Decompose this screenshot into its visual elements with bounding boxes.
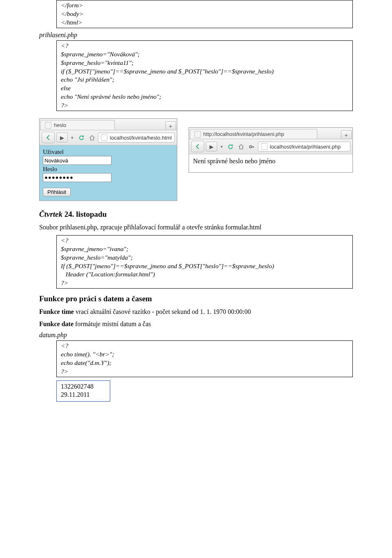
favicon-icon [45,122,51,129]
bold-funkce-date: Funkce date [39,320,74,327]
home-icon[interactable] [237,142,246,151]
toolbar: ▶ ▾ localhost/kvinta/heslo.html [40,130,177,145]
code-box-header: <? $spravne_jmeno="ivana"; $spravne_hesl… [56,235,353,289]
code-line: $spravne_jmeno="Nováková"; [61,50,348,59]
code-line: <? [61,236,348,245]
code-line: </form> [61,1,348,10]
url-bar[interactable]: localhost/kvinta/prihlaseni.php [258,142,350,151]
new-tab-button[interactable]: + [165,121,176,130]
file-label-prihlaseni: prihlaseni.php [39,31,353,39]
para-time-rest: vrací aktuální časové razítko - počet se… [74,308,251,315]
back-button[interactable] [191,141,204,152]
toolbar: ▶ ▾ localhost/kvinta/prihlaseni.php [189,139,352,154]
code-line: echo time(). "<br>"; [61,350,348,359]
screenshot-row: heslo + ▶ ▾ localhost/kvinta/heslo.h [39,118,353,201]
para-date: Funkce date formátuje místní datum a čas [39,320,353,329]
favicon-icon [101,134,107,141]
tab-bar: heslo + [40,119,177,130]
code-line: ?> [61,101,348,110]
url-text: localhost/kvinta/prihlaseni.php [270,144,341,150]
favicon-icon [194,131,201,138]
code-box-prihlaseni: <? $spravne_jmeno="Nováková"; $spravne_h… [56,40,353,111]
back-button[interactable] [42,132,55,143]
tab-bar: http://localhost/kvinta/prihlaseni.php + [189,128,352,139]
page-content-heslo: Uživatel Heslo ●●●●●●●● Přihlásit [40,145,177,200]
code-line: <? [61,42,348,50]
key-icon[interactable] [247,142,256,151]
heading-italic: Čtvrtek [39,210,62,218]
code-line: If ($_POST["jmeno"]==$spravne_jmeno and … [61,262,348,271]
forward-button[interactable]: ▶ [206,142,217,151]
code-line: ?> [61,279,348,287]
tab-heslo[interactable]: heslo [40,120,115,130]
input-uzivatel[interactable] [43,156,111,165]
input-heslo[interactable]: ●●●●●●●● [43,173,111,182]
browser-heslo: heslo + ▶ ▾ localhost/kvinta/heslo.h [39,118,177,201]
tab-prihlaseni[interactable]: http://localhost/kvinta/prihlaseni.php [190,129,317,139]
para-time: Funkce time vrací aktuální časové razítk… [39,307,353,316]
reload-icon[interactable] [226,142,235,151]
code-line: $spravne_heslo="kvinta11"; [61,59,348,67]
label-heslo: Heslo [43,166,174,173]
heading-funkce: Funkce pro práci s datem a časem [39,294,353,303]
code-line: if ($_POST["jmeno"]==$spravne_jmeno and … [61,67,348,76]
tab-label: heslo [54,122,66,128]
result-line: 29.11.2011 [61,391,106,399]
heading-rest: 24. listopadu [62,210,107,218]
home-icon[interactable] [87,133,96,142]
bold-funkce-time: Funkce time [39,308,74,315]
code-line: </body> [61,10,348,18]
code-line: echo "Není správné heslo nebo jméno"; [61,93,348,101]
favicon-icon [261,143,267,150]
svg-point-0 [249,145,252,148]
code-box-datum: <? echo time(). "<br>"; echo date("d.m.Y… [56,340,353,377]
page-content-prihlaseni: Není správné heslo nebo jméno [189,154,352,172]
code-line: </html> [61,18,348,27]
forward-button[interactable]: ▶ [56,133,68,142]
heading-ctvrtek: Čtvrtek 24. listopadu [39,210,353,219]
code-box-form-end: </form> </body> </html> [56,0,353,28]
code-line: echo "Jsi přihlášen"; [61,76,348,84]
url-bar[interactable]: localhost/kvinta/heslo.html [98,133,175,142]
tab-label: http://localhost/kvinta/prihlaseni.php [203,131,284,137]
file-label-datum: datum.php [39,331,353,339]
para-date-rest: formátuje místní datum a čas [74,320,151,327]
code-line: Header ("Location:formular.html") [61,270,348,279]
label-uzivatel: Uživatel [43,149,174,156]
code-line: $spravne_jmeno="ivana"; [61,245,348,253]
result-output-box: 1322602748 29.11.2011 [56,380,110,402]
para-soubor: Soubor prihlaseni.php, zpracuje přihlašo… [39,223,353,232]
url-text: localhost/kvinta/heslo.html [110,135,172,141]
result-line: 1322602748 [61,382,106,391]
reload-icon[interactable] [77,133,86,142]
code-line: else [61,84,348,93]
code-line: <? [61,342,348,350]
history-dropdown[interactable]: ▾ [219,142,225,151]
code-line: $spravne_heslo="matylda"; [61,253,348,262]
browser-prihlaseni: http://localhost/kvinta/prihlaseni.php +… [189,127,353,173]
new-tab-button[interactable]: + [341,130,352,139]
result-text: Není správné heslo nebo jméno [193,158,276,165]
code-line: echo date("d.m.Y"); [61,359,348,367]
history-dropdown[interactable]: ▾ [69,133,75,142]
submit-button[interactable]: Přihlásit [43,188,71,196]
code-line: ?> [61,367,348,376]
